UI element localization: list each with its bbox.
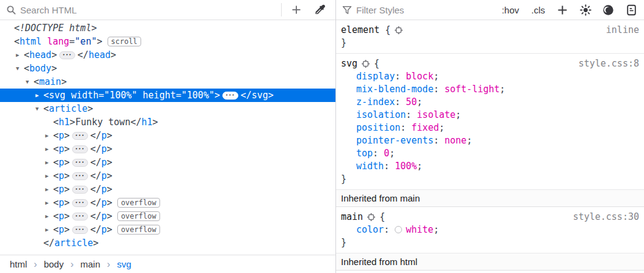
markup-token: > [268, 89, 274, 102]
property-name[interactable]: z-index [356, 96, 395, 107]
expander-icon[interactable]: ▶ [45, 142, 53, 156]
selector-highlighter-icon[interactable] [362, 60, 370, 68]
tree-row[interactable]: ▼<body> [0, 62, 335, 75]
rule-selector[interactable]: svg [341, 57, 357, 70]
inline-ellipsis-toggle[interactable]: ••• [72, 145, 88, 153]
expander-icon[interactable]: ▶ [45, 223, 53, 236]
markup-token: </ [90, 196, 101, 209]
property-name[interactable]: mix-blend-mode [356, 84, 433, 95]
expander-icon[interactable]: ▶ [45, 183, 53, 196]
property-value[interactable]: white [406, 224, 433, 235]
tree-row[interactable]: ▶<p>•••</p> [0, 129, 335, 142]
property-value[interactable]: fixed [411, 122, 439, 133]
property-value[interactable]: 100% [395, 161, 417, 172]
selector-highlighter-icon[interactable] [395, 26, 403, 34]
color-swatch[interactable] [395, 226, 402, 233]
markup-token: article [49, 102, 87, 115]
overflow-badge[interactable]: overflow [117, 211, 160, 221]
tree-row[interactable]: ▶<p>•••</p>overflow [0, 223, 335, 236]
property-name[interactable]: width [356, 161, 384, 172]
tree-row[interactable]: ▶<p>•••</p>overflow [0, 196, 335, 209]
markup-token: > [107, 183, 112, 196]
markup-token: p [101, 142, 107, 156]
expander-icon[interactable]: ▼ [26, 75, 34, 89]
property-name[interactable]: pointer-events [356, 135, 433, 146]
filter-styles-input[interactable] [356, 5, 500, 15]
tree-row[interactable]: ▼<article> [0, 102, 335, 115]
markup-token: < [53, 156, 59, 169]
tree-row[interactable]: ▼<main> [0, 75, 335, 89]
overflow-badge[interactable]: overflow [117, 225, 160, 235]
tree-row[interactable]: <!DOCTYPE html> [0, 21, 335, 35]
tree-row[interactable]: ▶<p>•••</p>overflow [0, 209, 335, 223]
eyedropper-icon[interactable] [315, 4, 326, 15]
inline-ellipsis-toggle[interactable]: ••• [72, 186, 88, 194]
breadcrumb-item-main[interactable]: main [79, 259, 102, 269]
light-scheme-toggle-icon[interactable] [580, 4, 591, 16]
toggle-classes-button[interactable]: .cls [530, 5, 547, 15]
breadcrumb-item-body[interactable]: body [43, 259, 65, 269]
property-value[interactable]: 50 [406, 96, 417, 107]
expander-icon[interactable]: ▼ [35, 102, 43, 115]
property-value[interactable]: isolate [417, 109, 455, 120]
tree-row[interactable]: <h1>Funky town</h1> [0, 115, 335, 129]
inline-ellipsis-toggle[interactable]: ••• [72, 159, 88, 167]
tree-row[interactable]: ▶<svg width="100%" height="100%">•••</sv… [0, 89, 335, 102]
stylesheet-link[interactable]: inline [606, 24, 639, 37]
add-rule-button[interactable] [557, 5, 568, 15]
inline-ellipsis-toggle[interactable]: ••• [72, 132, 88, 140]
inline-ellipsis-toggle[interactable]: ••• [72, 226, 88, 234]
property-name[interactable]: top [356, 148, 373, 159]
rules-panel: :hov .cls [336, 0, 644, 273]
tree-row[interactable]: ▶<p>•••</p> [0, 156, 335, 169]
rule-selector[interactable]: main [341, 211, 363, 224]
expander-icon[interactable]: ▶ [45, 169, 53, 183]
property-name[interactable]: color [356, 224, 384, 235]
selector-highlighter-icon[interactable] [367, 213, 375, 221]
stylesheet-link[interactable]: style.css:30 [573, 211, 639, 224]
search-input[interactable] [20, 5, 281, 15]
tree-row[interactable]: <html lang="en">scroll [0, 35, 335, 48]
expander-icon[interactable]: ▶ [35, 89, 43, 102]
inline-ellipsis-toggle[interactable]: ••• [59, 51, 75, 59]
markup-token: > [107, 169, 112, 183]
overflow-badge[interactable]: overflow [117, 198, 160, 208]
css-declaration: width: 100%; [341, 160, 639, 173]
tree-row[interactable]: ▶<p>•••</p> [0, 183, 335, 196]
property-value[interactable]: none [445, 135, 467, 146]
inline-ellipsis-toggle[interactable]: ••• [72, 213, 88, 220]
add-node-button[interactable] [291, 5, 301, 15]
property-value[interactable]: block [406, 71, 433, 82]
property-name[interactable]: isolation [356, 109, 406, 120]
expander-icon[interactable]: ▶ [16, 48, 24, 62]
rule-selector[interactable]: element [341, 24, 379, 37]
property-name[interactable]: position [356, 122, 400, 133]
print-simulation-icon[interactable] [626, 4, 637, 16]
inline-ellipsis-toggle[interactable]: ••• [222, 92, 238, 100]
tree-row[interactable]: </article> [0, 236, 335, 250]
expander-icon[interactable]: ▶ [45, 156, 53, 169]
property-value[interactable]: 0 [384, 148, 389, 159]
markup-token: <!DOCTYPE html> [14, 21, 97, 35]
tree-row[interactable]: ▶<p>•••</p> [0, 142, 335, 156]
expander-icon[interactable]: ▼ [16, 62, 24, 75]
expander-icon[interactable]: ▶ [45, 209, 53, 223]
markup-token: > [97, 35, 102, 48]
stylesheet-link[interactable]: style.css:8 [579, 57, 639, 70]
css-declaration: z-index: 50; [341, 96, 639, 109]
dark-scheme-toggle-icon[interactable] [602, 4, 614, 16]
tree-row[interactable]: ▶<head>•••</head> [0, 48, 335, 62]
inline-ellipsis-toggle[interactable]: ••• [72, 172, 88, 180]
css-declaration: top: 0; [341, 147, 639, 160]
tree-row[interactable]: ▶<p>•••</p> [0, 169, 335, 183]
property-name[interactable]: display [356, 71, 395, 82]
scroll-badge[interactable]: scroll [108, 37, 141, 46]
property-value[interactable]: soft-light [445, 84, 500, 95]
breadcrumb-item-html[interactable]: html [9, 259, 28, 269]
expander-icon[interactable]: ▶ [45, 196, 53, 209]
inline-ellipsis-toggle[interactable]: ••• [72, 199, 88, 207]
toggle-pseudo-classes-button[interactable]: :hov [500, 5, 520, 15]
expander-icon[interactable]: ▶ [45, 129, 53, 142]
breadcrumb-item-svg[interactable]: svg [115, 259, 132, 269]
markup-token: > [64, 129, 70, 142]
